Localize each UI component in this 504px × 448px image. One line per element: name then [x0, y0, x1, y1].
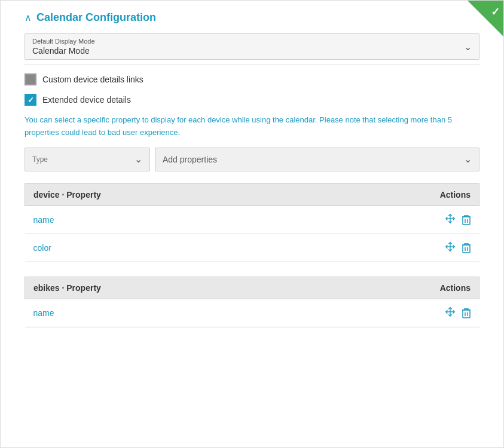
collapse-icon[interactable]: ∧	[25, 12, 32, 23]
device-table-header-row: device · Property Actions	[25, 183, 479, 205]
section-header: ∧ Calendar Configuration	[25, 7, 479, 24]
device-property-table: device · Property Actions name	[25, 183, 479, 262]
add-properties-selector[interactable]: Add properties ⌄	[155, 148, 479, 171]
property-name: name	[25, 205, 316, 234]
add-properties-chevron-icon: ⌄	[464, 154, 472, 165]
actions-cell	[315, 234, 479, 262]
svg-rect-7	[463, 245, 470, 253]
extended-details-row: Extended device details	[25, 94, 479, 106]
svg-rect-2	[463, 217, 470, 225]
ebikes-header-property: ebikes · Property	[25, 277, 316, 299]
actions-cell	[315, 205, 479, 234]
delete-icon[interactable]	[462, 243, 471, 253]
ebikes-property-table: ebikes · Property Actions name	[25, 277, 479, 327]
default-display-dropdown[interactable]: Default Display Mode Calendar Mode ⌄	[25, 33, 479, 60]
property-name: color	[25, 234, 316, 262]
dropdown-value: Calendar Mode	[32, 46, 472, 56]
table-row: color	[25, 234, 479, 262]
move-icon[interactable]	[445, 241, 456, 254]
dropdown-label: Default Display Mode	[32, 38, 472, 45]
type-dropdown[interactable]: Type ⌄	[25, 148, 150, 171]
add-properties-value: Add properties	[163, 155, 217, 164]
corner-badge-check: ✓	[491, 5, 500, 19]
type-chevron-icon: ⌄	[135, 154, 142, 165]
device-header-actions: Actions	[315, 183, 479, 205]
extended-details-checkbox[interactable]	[25, 94, 36, 106]
action-icons	[323, 213, 471, 226]
type-label: Type	[32, 155, 48, 164]
type-selector[interactable]: Type ⌄	[25, 148, 150, 171]
svg-rect-12	[463, 310, 470, 318]
corner-badge: ✓	[468, 1, 503, 36]
add-properties-dropdown[interactable]: Add properties ⌄	[155, 148, 479, 171]
action-icons	[323, 241, 471, 254]
custom-links-label: Custom device details links	[42, 75, 143, 84]
action-icons	[323, 306, 471, 320]
delete-icon[interactable]	[462, 214, 471, 225]
dropdown-chevron-icon: ⌄	[464, 41, 472, 53]
table-row: name	[25, 205, 479, 234]
extended-details-label: Extended device details	[42, 95, 131, 105]
property-name: name	[25, 299, 316, 327]
ebikes-header-actions: Actions	[315, 277, 479, 299]
property-selectors: Type ⌄ Add properties ⌄	[25, 148, 479, 171]
delete-icon[interactable]	[462, 308, 471, 318]
section-title: Calendar Configuration	[36, 11, 156, 24]
info-text: You can select a specific property to di…	[25, 114, 479, 139]
divider-1	[25, 65, 479, 65]
page-wrapper: ✓ ∧ Calendar Configuration Default Displ…	[0, 0, 504, 448]
custom-links-checkbox[interactable]	[25, 73, 36, 85]
table-row: name	[25, 299, 479, 327]
move-icon[interactable]	[445, 213, 456, 226]
ebikes-table-header-row: ebikes · Property Actions	[25, 277, 479, 299]
move-icon[interactable]	[445, 306, 456, 320]
device-header-property: device · Property	[25, 183, 316, 205]
custom-links-row: Custom device details links	[25, 73, 479, 85]
actions-cell	[315, 299, 479, 327]
